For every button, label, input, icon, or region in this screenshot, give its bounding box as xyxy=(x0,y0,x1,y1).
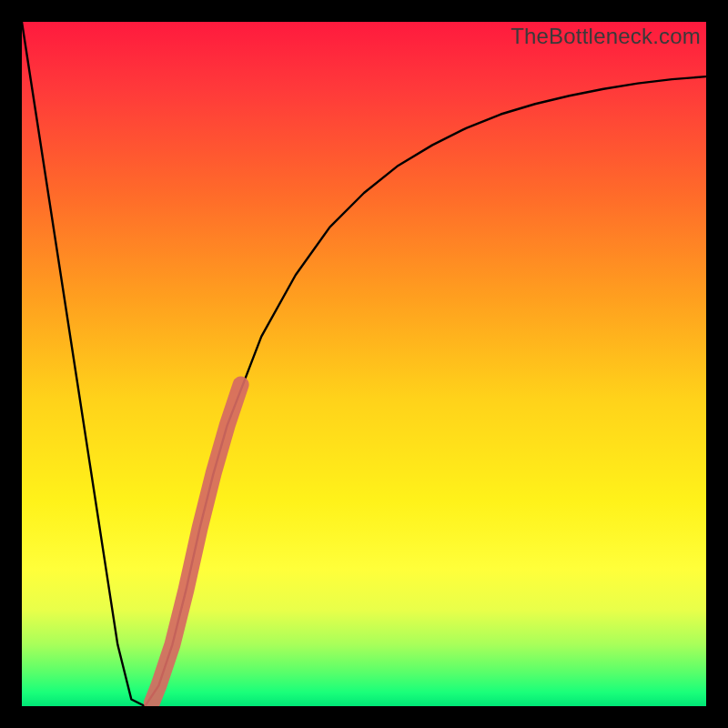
highlighted-range xyxy=(152,385,241,703)
chart-frame: TheBottleneck.com xyxy=(0,0,728,728)
plot-area: TheBottleneck.com xyxy=(22,22,706,706)
curve-layer xyxy=(22,22,706,706)
bottleneck-curve xyxy=(22,22,706,706)
